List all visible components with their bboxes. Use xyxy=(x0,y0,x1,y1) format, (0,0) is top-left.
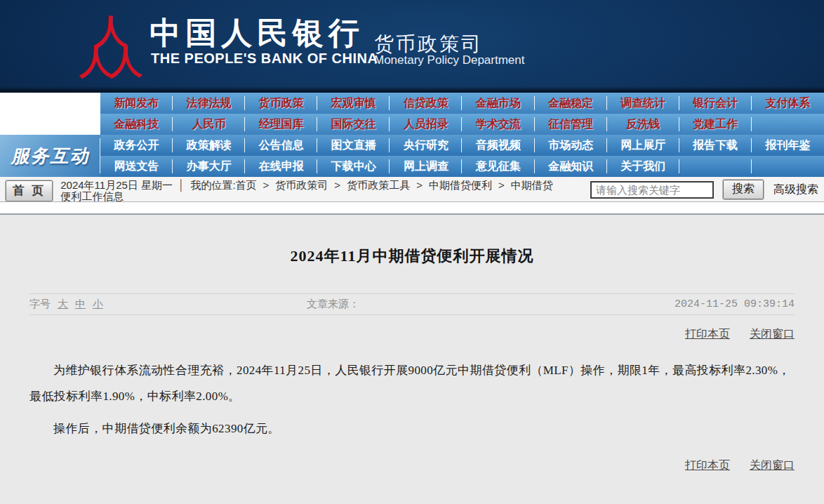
nav-item-下载中心[interactable]: 下载中心 xyxy=(317,156,390,177)
nav-item-政策解读[interactable]: 政策解读 xyxy=(173,135,245,156)
nav-item-市场动态[interactable]: 市场动态 xyxy=(535,135,607,156)
nav-item-央行研究[interactable]: 央行研究 xyxy=(390,135,462,156)
font-size-option-大[interactable]: 大 xyxy=(58,298,68,311)
article-body: 为维护银行体系流动性合理充裕，2024年11月25日，人民银行开展9000亿元中… xyxy=(29,357,795,442)
main-navigation: 新闻发布法律法规货币政策宏观审慎信贷政策金融市场金融稳定调查统计银行会计支付体系… xyxy=(0,93,824,177)
nav-item-宏观审慎[interactable]: 宏观审慎 xyxy=(317,93,390,114)
nav-item-金融知识[interactable]: 金融知识 xyxy=(535,156,607,177)
nav-item-empty xyxy=(752,114,824,135)
nav-item-人员招录[interactable]: 人员招录 xyxy=(390,114,462,135)
breadcrumb-separator: > xyxy=(416,179,423,191)
search-input[interactable] xyxy=(590,181,714,199)
nav-item-关于我们[interactable]: 关于我们 xyxy=(607,156,679,177)
nav-left-spacer xyxy=(0,93,100,135)
nav-item-信贷政策[interactable]: 信贷政策 xyxy=(390,93,462,114)
breadcrumb-separator: > xyxy=(334,179,340,191)
svg-text:人: 人 xyxy=(79,43,113,79)
nav-item-金融科技[interactable]: 金融科技 xyxy=(100,114,173,135)
nav-item-反洗钱[interactable]: 反洗钱 xyxy=(607,114,679,135)
nav-item-网上调查[interactable]: 网上调查 xyxy=(390,156,462,177)
nav-item-网送文告[interactable]: 网送文告 xyxy=(100,156,173,177)
page-title: 2024年11月中期借贷便利开展情况 xyxy=(29,215,795,267)
home-button[interactable]: 首 页 xyxy=(6,180,53,201)
nav-item-支付体系[interactable]: 支付体系 xyxy=(752,93,824,114)
nav-item-音频视频[interactable]: 音频视频 xyxy=(462,135,534,156)
breadcrumb-item[interactable]: 货币政策司 xyxy=(275,179,328,191)
article-paragraph: 操作后，中期借贷便利余额为62390亿元。 xyxy=(29,416,795,442)
nav-grid-bottom: 政务公开政策解读公告信息图文直播央行研究音频视频市场动态网上展厅报告下载报刊年鉴… xyxy=(100,135,824,177)
search-zone: 搜索 高级搜索 xyxy=(590,179,818,199)
font-size-option-中[interactable]: 中 xyxy=(75,298,86,311)
close-window-link[interactable]: 关闭窗口 xyxy=(750,327,795,342)
nav-item-办事大厅[interactable]: 办事大厅 xyxy=(173,156,245,177)
nav-item-经理国库[interactable]: 经理国库 xyxy=(245,114,317,135)
nav-item-网上展厅[interactable]: 网上展厅 xyxy=(607,135,679,156)
spacer xyxy=(0,202,824,213)
article-area: 2024年11月中期借贷便利开展情况 字号 大中小 文章来源： 2024-11-… xyxy=(0,215,824,504)
font-size-controls: 字号 大中小 xyxy=(29,298,103,311)
nav-item-国际交往[interactable]: 国际交往 xyxy=(317,114,390,135)
nav-item-征信管理[interactable]: 征信管理 xyxy=(535,114,607,135)
search-button[interactable]: 搜索 xyxy=(723,180,764,199)
pboc-logo-icon: 人 人 人 xyxy=(79,13,143,79)
nav-item-货币政策[interactable]: 货币政策 xyxy=(245,93,317,114)
breadcrumb: 2024年11月25日 星期一│我的位置:首页>货币政策司>货币政策工具>中期借… xyxy=(60,179,560,202)
nav-item-学术交流[interactable]: 学术交流 xyxy=(462,114,534,135)
nav-item-法律法规[interactable]: 法律法规 xyxy=(173,93,245,114)
article-actions-bottom: 打印本页 关闭窗口 xyxy=(29,458,795,473)
service-interaction-label: 服务互动 xyxy=(11,144,90,168)
font-size-label: 字号 xyxy=(29,298,51,311)
breadcrumb-home[interactable]: 我的位置:首页 xyxy=(190,179,256,191)
bank-name-english: THE PEOPLE'S BANK OF CHINA xyxy=(151,51,378,67)
article-actions-top: 打印本页 关闭窗口 xyxy=(29,327,795,342)
site-banner: 人 人 人 中国人民银行 THE PEOPLE'S BANK OF CHINA … xyxy=(0,0,824,93)
nav-item-公告信息[interactable]: 公告信息 xyxy=(245,135,317,156)
nav-item-意见征集[interactable]: 意见征集 xyxy=(462,156,534,177)
article-meta-bar: 字号 大中小 文章来源： 2024-11-25 09:39:14 xyxy=(29,293,795,315)
publish-timestamp: 2024-11-25 09:39:14 xyxy=(675,298,795,310)
nav-item-金融稳定[interactable]: 金融稳定 xyxy=(535,93,607,114)
current-date: 2024年11月25日 星期一 xyxy=(60,179,173,191)
print-page-link[interactable]: 打印本页 xyxy=(685,458,730,473)
nav-item-在线申报[interactable]: 在线申报 xyxy=(245,156,317,177)
nav-item-调查统计[interactable]: 调查统计 xyxy=(607,93,679,114)
nav-grid-top: 新闻发布法律法规货币政策宏观审慎信贷政策金融市场金融稳定调查统计银行会计支付体系… xyxy=(100,93,824,135)
nav-item-报告下载[interactable]: 报告下载 xyxy=(679,135,752,156)
print-page-link[interactable]: 打印本页 xyxy=(685,327,730,342)
breadcrumb-bar: 首 页 2024年11月25日 星期一│我的位置:首页>货币政策司>货币政策工具… xyxy=(0,177,824,202)
breadcrumb-separator: > xyxy=(263,179,270,191)
breadcrumb-separator: > xyxy=(498,179,505,191)
bank-name-chinese: 中国人民银行 xyxy=(149,13,364,54)
nav-item-图文直播[interactable]: 图文直播 xyxy=(317,135,390,156)
nav-item-党建工作[interactable]: 党建工作 xyxy=(679,114,752,135)
svg-text:人: 人 xyxy=(108,43,142,79)
close-window-link[interactable]: 关闭窗口 xyxy=(750,458,795,473)
nav-item-政务公开[interactable]: 政务公开 xyxy=(100,135,173,156)
nav-item-empty xyxy=(679,156,752,177)
department-name-english: Monetary Policy Department xyxy=(374,53,524,67)
nav-item-人民币[interactable]: 人民币 xyxy=(173,114,245,135)
nav-item-报刊年鉴[interactable]: 报刊年鉴 xyxy=(752,135,824,156)
font-size-option-小[interactable]: 小 xyxy=(93,298,103,311)
advanced-search-link[interactable]: 高级搜索 xyxy=(773,183,818,197)
separator: │ xyxy=(178,179,185,191)
service-interaction-block: 服务互动 xyxy=(0,135,100,177)
nav-item-金融市场[interactable]: 金融市场 xyxy=(462,93,534,114)
nav-item-银行会计[interactable]: 银行会计 xyxy=(679,93,752,114)
breadcrumb-item[interactable]: 货币政策工具 xyxy=(347,179,410,191)
breadcrumb-item[interactable]: 中期借贷便利 xyxy=(429,179,492,191)
nav-item-empty xyxy=(752,156,824,177)
article-paragraph: 为维护银行体系流动性合理充裕，2024年11月25日，人民银行开展9000亿元中… xyxy=(29,357,795,409)
source-label: 文章来源： xyxy=(307,298,359,311)
nav-item-新闻发布[interactable]: 新闻发布 xyxy=(100,93,173,114)
